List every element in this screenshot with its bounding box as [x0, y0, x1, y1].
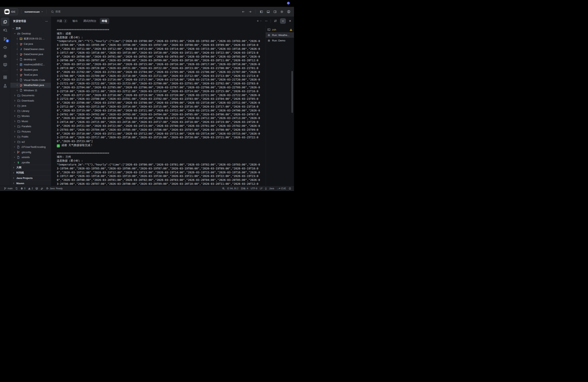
- folder-tree-item[interactable]: Downloads: [10, 98, 51, 103]
- folder-tree-item[interactable]: Parallels: [10, 124, 51, 129]
- tab-label: 调试控制台: [83, 19, 96, 23]
- panel-close-button[interactable]: ✕: [289, 19, 291, 23]
- folder-icon: [17, 130, 21, 133]
- status-item-lf[interactable]: LF: [260, 187, 262, 190]
- status-item-main[interactable]: main: [4, 187, 13, 190]
- file-tree-item[interactable]: desktop.ini: [10, 57, 51, 62]
- terminal-city-line: 城市: 兰州: [57, 155, 261, 159]
- new-terminal-button[interactable]: +: [257, 19, 262, 23]
- panel-header: 问题2输出调试控制台终端 + ⋯ ✕: [51, 17, 294, 25]
- tab-label: 问题: [57, 19, 62, 23]
- activity-extensions-button[interactable]: [1, 73, 9, 82]
- status-item-2[interactable]: 2: [28, 187, 33, 190]
- file-tree-item[interactable]: TestCar.java: [10, 72, 51, 78]
- file-tree-item[interactable]: Student.java: [10, 67, 51, 72]
- shell-script-icon: $: [17, 161, 20, 164]
- activity-explorer-button[interactable]: [1, 18, 9, 26]
- terminal-settings-sliders-button[interactable]: [274, 19, 277, 22]
- activity-search-button[interactable]: [1, 26, 9, 35]
- debug-bug-icon: [267, 33, 271, 37]
- folder-tree-item[interactable]: Library: [10, 108, 51, 114]
- folder-tree-item[interactable]: Desktop: [10, 31, 51, 36]
- status-item-空格-4[interactable]: 空格: 4: [241, 187, 248, 190]
- app-logo-button[interactable]: IDE: [3, 8, 18, 15]
- tree-item-label: desktop.ini: [24, 58, 36, 61]
- source-control-badge: 1: [6, 39, 9, 42]
- tree-item-label: Library: [21, 109, 29, 112]
- panel-more-button[interactable]: ⋯: [265, 20, 268, 22]
- activity-remote-button[interactable]: [1, 60, 9, 69]
- file-icon: [20, 78, 22, 82]
- tree-item-label: w2: [21, 140, 25, 143]
- status-item-行-84-列-2[interactable]: 行 84, 列 2: [227, 187, 238, 190]
- status-item-cue[interactable]: →✳CUE: [277, 187, 286, 190]
- file-tree-item[interactable]: WeatherMain.java: [10, 83, 51, 88]
- toggle-left-sidebar-button[interactable]: [260, 10, 263, 13]
- file-tree-item[interactable]: JDataCleaner.class: [10, 46, 51, 52]
- sidebar-section-java-projects[interactable]: Java Projects: [10, 175, 51, 180]
- status-item--[interactable]: {}: [265, 187, 267, 190]
- toggle-right-sidebar-button[interactable]: [273, 10, 277, 13]
- activity-bar: 1: [0, 17, 10, 186]
- tree-section-files[interactable]: 文件: [10, 26, 51, 31]
- file-tree-item[interactable]: 截屏2026-03-21 ...: [10, 36, 51, 42]
- terminal-instance-zsh[interactable]: zsh: [266, 27, 294, 32]
- folder-tree-item[interactable]: Pictures: [10, 129, 51, 134]
- status-item-0[interactable]: 0: [21, 187, 25, 190]
- sidebar-section-大纲[interactable]: 大纲: [10, 165, 51, 170]
- status-item-debug[interactable]: [41, 187, 43, 190]
- panel-tab-调试控制台[interactable]: 调试控制台: [81, 18, 99, 24]
- navigate-forward-button[interactable]: [249, 10, 252, 13]
- file-tree-item[interactable]: readme(ai协助记...: [10, 62, 51, 67]
- global-search[interactable]: 搜索: [51, 10, 61, 13]
- terminal-instance-run-demo[interactable]: Run: Demo: [266, 38, 294, 43]
- status-item-java-ready[interactable]: Java: Ready: [46, 187, 63, 190]
- terminal-json-output: "temperature_2m":"°C"},"hourly":{"time":…: [57, 163, 261, 186]
- settings-gear-button[interactable]: [280, 10, 284, 13]
- file-tree-item[interactable]: Car.java: [10, 42, 51, 47]
- terminal-instance-run-weathe-[interactable]: Run: Weathe...: [266, 32, 294, 38]
- file-tree-item[interactable]: Visual Studio Code: [10, 77, 51, 83]
- sidebar-section-时间线[interactable]: 时间线: [10, 170, 51, 175]
- file-tree-item[interactable]: $.zprofile: [10, 160, 51, 165]
- panel-tab-输出[interactable]: 输出: [70, 18, 80, 24]
- folder-tree-item[interactable]: Public: [10, 134, 51, 139]
- panel-maximize-chevron-button[interactable]: [280, 18, 286, 24]
- folder-tree-item[interactable]: Movies: [10, 114, 51, 119]
- file-tree-item[interactable]: .viminfo: [10, 155, 51, 160]
- status-item-utf-8[interactable]: UTF-8: [251, 187, 257, 190]
- activity-test-button[interactable]: [1, 82, 9, 90]
- status-item-sync[interactable]: [15, 187, 18, 190]
- folder-icon: [17, 120, 21, 123]
- account-button[interactable]: [287, 10, 291, 13]
- panel-tab-终端[interactable]: 终端: [100, 18, 109, 24]
- folder-tree-item[interactable]: java: [10, 103, 51, 108]
- tree-item-label: .CFUserTextEncoding: [21, 146, 45, 149]
- panel-tab-问题[interactable]: 问题2: [55, 18, 69, 24]
- tree-item-label: Student.java: [24, 68, 38, 71]
- file-tree-item[interactable]: .CFUserTextEncoding: [10, 145, 51, 150]
- activity-debug-button[interactable]: [1, 52, 9, 60]
- folder-tree-item[interactable]: w2: [10, 139, 51, 145]
- terminal-scrollbar[interactable]: [292, 71, 293, 113]
- tree-item-label: .zprofile: [21, 161, 30, 164]
- workspace-switcher[interactable]: sunwenxuan: [24, 10, 43, 13]
- activity-source-control-button[interactable]: 1: [1, 35, 9, 43]
- file-tree-item[interactable]: DataCleaner.java: [10, 52, 51, 57]
- activity-preview-button[interactable]: [1, 43, 9, 52]
- status-item-java[interactable]: Java: [269, 187, 274, 190]
- folder-tree-item[interactable]: Documents: [10, 93, 51, 98]
- toggle-bottom-panel-button[interactable]: [267, 10, 270, 13]
- status-item-zoomin[interactable]: [222, 187, 225, 190]
- navigate-back-button[interactable]: [242, 10, 245, 13]
- folder-tree-item[interactable]: Music: [10, 119, 51, 124]
- terminal-output[interactable]: ================================城市: 成都温度…: [51, 25, 266, 186]
- file-tree-item[interactable]: Windows 11: [10, 88, 51, 93]
- app-logo-icon: [4, 9, 10, 14]
- sidebar-more-button[interactable]: ⋯: [45, 20, 48, 23]
- sidebar-section-maven[interactable]: Maven: [10, 180, 51, 186]
- tree-item-label: Documents: [21, 94, 34, 97]
- status-item-bell[interactable]: [289, 187, 291, 190]
- status-item-meter[interactable]: [35, 187, 38, 190]
- file-tree-item[interactable]: .gitconfig: [10, 149, 51, 155]
